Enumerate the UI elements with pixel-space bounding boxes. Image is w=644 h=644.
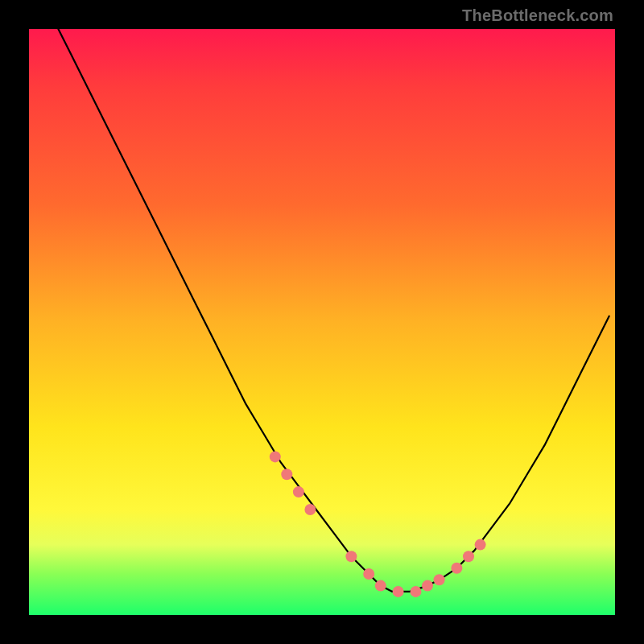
- marker-group: [270, 451, 486, 597]
- marker-point: [451, 563, 462, 574]
- marker-point: [393, 586, 404, 597]
- plot-area: [29, 29, 615, 615]
- marker-point: [270, 451, 281, 462]
- bottleneck-curve: [58, 29, 609, 592]
- marker-point: [281, 469, 292, 480]
- attribution-label: TheBottleneck.com: [462, 6, 613, 25]
- plot-svg: [29, 29, 615, 615]
- marker-point: [411, 586, 422, 597]
- marker-point: [375, 580, 386, 592]
- marker-point: [422, 580, 433, 592]
- marker-point: [304, 504, 316, 515]
- marker-point: [293, 486, 304, 497]
- marker-point: [475, 539, 486, 551]
- marker-point: [363, 568, 374, 580]
- chart-stage: TheBottleneck.com: [0, 0, 644, 644]
- marker-point: [345, 551, 357, 562]
- marker-point: [434, 574, 445, 585]
- marker-point: [463, 551, 474, 562]
